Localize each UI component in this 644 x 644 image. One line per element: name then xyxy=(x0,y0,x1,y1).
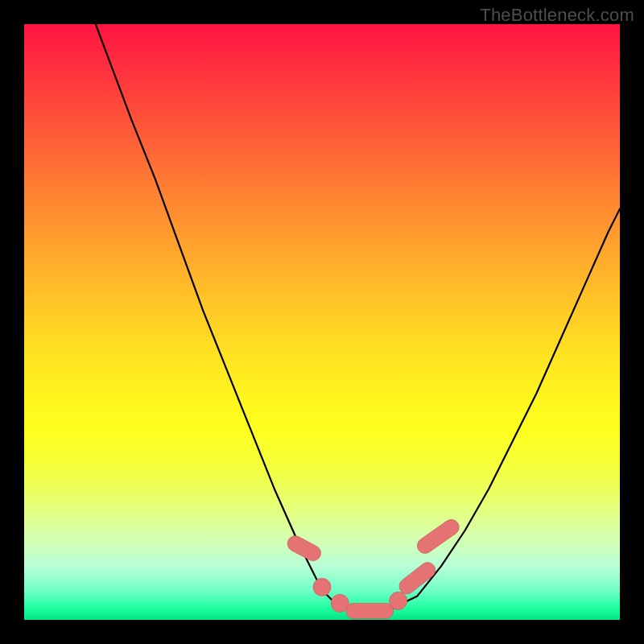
bottleneck-curve xyxy=(24,24,620,620)
chart-frame: TheBottleneck.com xyxy=(0,0,644,644)
plot-area xyxy=(24,24,620,620)
marker-capsule-3 xyxy=(346,603,394,618)
watermark-text: TheBottleneck.com xyxy=(480,5,634,26)
marker-dot-1 xyxy=(313,578,331,596)
marker-capsule-0 xyxy=(285,533,324,564)
marker-capsule-6 xyxy=(415,517,463,557)
curve-path xyxy=(96,24,620,614)
marker-dot-4 xyxy=(390,592,407,609)
